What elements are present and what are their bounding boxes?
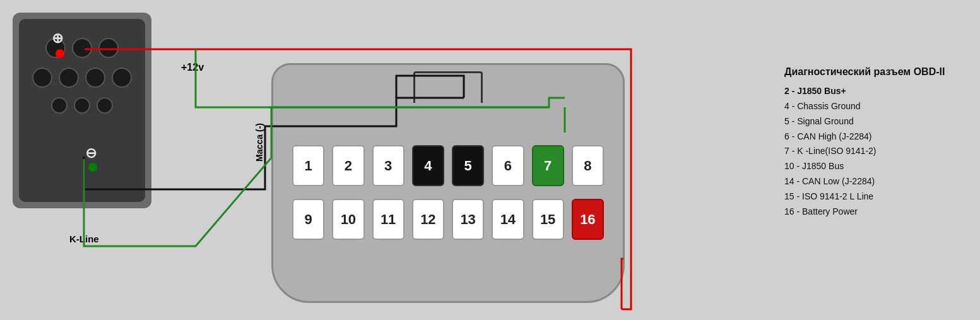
obd-row-1: 1 2 3 4 5 6 7 8 [292,145,604,186]
obd-pin-16: 16 [572,199,604,240]
pin-j [97,97,113,114]
connector-photo: ⊕ ⊖ [13,13,151,208]
obd-pin-11: 11 [372,199,404,240]
pin-c [98,38,119,58]
connector-body [19,19,145,202]
pin-d [32,68,52,88]
obd-pin-15: 15 [532,199,564,240]
info-pin14: 14 - CAN Low (J-2284) [784,174,961,189]
pin-h [51,97,68,114]
obd-pin-2: 2 [332,145,364,186]
info-pin4: 4 - Chassis Ground [784,99,961,114]
obd-row-2: 9 10 11 12 13 14 15 16 [292,199,604,240]
obd-pin-8: 8 [572,145,604,186]
obd-pin-13: 13 [452,199,484,240]
obd-pin-1: 1 [292,145,324,186]
info-pin5: 5 - Signal Ground [784,114,961,129]
plus-symbol: ⊕ [52,30,63,47]
pin-e [59,68,79,88]
info-pin10: 10 - J1850 Bus [784,159,961,174]
label-masa: Масса (-) [254,123,264,162]
pin-g [112,68,132,88]
obd-pin-10: 10 [332,199,364,240]
obd-pin-5: 5 [452,145,484,186]
label-12v: +12v [181,62,204,73]
pin-f [85,68,105,88]
obd-pin-3: 3 [372,145,404,186]
obd-pin-6: 6 [492,145,524,186]
label-kline: K-Line [69,234,99,244]
obd-pins-section: 1 2 3 4 5 6 7 8 9 10 11 12 13 14 15 16 [292,145,604,240]
minus-symbol: ⊖ [85,145,97,162]
red-terminal-dot [56,49,64,58]
info-pin16: 16 - Battery Power [784,204,961,220]
info-pin15: 15 - ISO 9141-2 L Line [784,189,961,204]
obd-pin-14: 14 [492,199,524,240]
info-pin6: 6 - CAN High (J-2284) [784,129,961,145]
obd-pin-9: 9 [292,199,324,240]
pins-row-3 [51,97,113,114]
obd-pin-12: 12 [412,199,444,240]
obd-top-bracket [413,71,483,103]
green-terminal-dot [88,163,97,172]
info-panel: Диагностический разъем OBD-II 2 - J1850 … [784,63,961,219]
pin-b [72,38,92,58]
obd-pin-7: 7 [532,145,564,186]
obd-pin-4: 4 [412,145,444,186]
info-pin2: 2 - J1850 Bus+ [784,84,961,99]
info-pin7: 7 - K -Line(ISO 9141-2) [784,144,961,159]
obd-connector: 1 2 3 4 5 6 7 8 9 10 11 12 13 14 15 16 [271,63,625,303]
pins-row-2 [32,68,132,88]
pin-i [74,97,90,114]
info-title: Диагностический разъем OBD-II [784,63,961,80]
